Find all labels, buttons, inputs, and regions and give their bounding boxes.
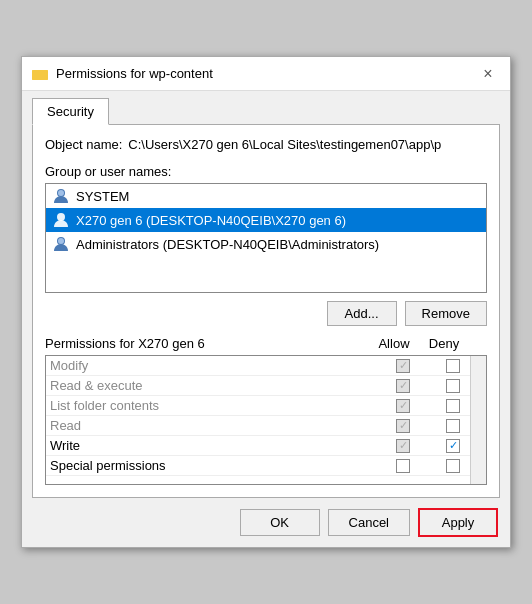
user-item-x270[interactable]: X270 gen 6 (DESKTOP-N40QEIB\X270 gen 6) [46, 208, 486, 232]
perm-checks-list-folder [378, 399, 478, 413]
cancel-button[interactable]: Cancel [328, 509, 410, 536]
folder-icon [32, 66, 48, 82]
perm-row-list-folder: List folder contents [46, 396, 486, 416]
perm-row-write: Write [46, 436, 486, 456]
perm-name-read-execute: Read & execute [50, 378, 378, 393]
svg-point-7 [58, 238, 64, 244]
deny-check-list-folder[interactable] [446, 399, 460, 413]
system-icon [52, 187, 70, 205]
object-name-label: Object name: [45, 137, 122, 152]
user-name-admins: Administrators (DESKTOP-N40QEIB\Administ… [76, 237, 379, 252]
remove-button[interactable]: Remove [405, 301, 487, 326]
object-name-value: C:\Users\X270 gen 6\Local Sites\testinge… [128, 137, 441, 152]
perm-allow-modify[interactable] [378, 359, 428, 373]
perm-name-special: Special permissions [50, 458, 378, 473]
perm-name-read: Read [50, 418, 378, 433]
svg-rect-2 [32, 70, 48, 80]
perm-allow-special[interactable] [378, 459, 428, 473]
svg-point-5 [57, 213, 65, 221]
ok-button[interactable]: OK [240, 509, 320, 536]
perm-checks-modify [378, 359, 478, 373]
users-list[interactable]: SYSTEM X270 gen 6 (DESKTOP-N40QEIB\X270 … [45, 183, 487, 293]
close-button[interactable]: × [476, 62, 500, 86]
deny-check-modify[interactable] [446, 359, 460, 373]
tab-security[interactable]: Security [32, 98, 109, 125]
scrollbar[interactable] [470, 356, 486, 484]
allow-check-list-folder[interactable] [396, 399, 410, 413]
object-name-row: Object name: C:\Users\X270 gen 6\Local S… [45, 137, 487, 152]
permissions-header: Permissions for X270 gen 6 Allow Deny [45, 336, 487, 351]
dialog-content: Object name: C:\Users\X270 gen 6\Local S… [32, 124, 500, 498]
deny-check-read[interactable] [446, 419, 460, 433]
title-bar: Permissions for wp-content × [22, 57, 510, 91]
deny-check-read-execute[interactable] [446, 379, 460, 393]
perm-row-read-execute: Read & execute [46, 376, 486, 396]
perm-row-read: Read [46, 416, 486, 436]
allow-check-modify[interactable] [396, 359, 410, 373]
deny-check-special[interactable] [446, 459, 460, 473]
permissions-dialog: Permissions for wp-content × Security Ob… [21, 56, 511, 548]
permissions-section: Permissions for X270 gen 6 Allow Deny Mo… [45, 336, 487, 485]
dialog-footer: OK Cancel Apply [22, 498, 510, 547]
add-remove-buttons: Add... Remove [45, 301, 487, 326]
perm-name-list-folder: List folder contents [50, 398, 378, 413]
user-icon-admins [52, 235, 70, 253]
perm-checks-read-execute [378, 379, 478, 393]
user-item-system[interactable]: SYSTEM [46, 184, 486, 208]
perm-checks-read [378, 419, 478, 433]
user-icon-x270 [52, 211, 70, 229]
perm-allow-write[interactable] [378, 439, 428, 453]
add-button[interactable]: Add... [327, 301, 397, 326]
user-item-admins[interactable]: Administrators (DESKTOP-N40QEIB\Administ… [46, 232, 486, 256]
allow-header: Allow [369, 336, 419, 351]
user-name-x270: X270 gen 6 (DESKTOP-N40QEIB\X270 gen 6) [76, 213, 346, 228]
dialog-title: Permissions for wp-content [56, 66, 476, 81]
perm-allow-read[interactable] [378, 419, 428, 433]
deny-header: Deny [419, 336, 469, 351]
perm-row-modify: Modify [46, 356, 486, 376]
user-name-system: SYSTEM [76, 189, 129, 204]
deny-check-write[interactable] [446, 439, 460, 453]
permissions-table: Modify Read & execute [45, 355, 487, 485]
perm-allow-read-execute[interactable] [378, 379, 428, 393]
svg-point-4 [58, 190, 64, 196]
apply-button[interactable]: Apply [418, 508, 498, 537]
allow-check-special[interactable] [396, 459, 410, 473]
perm-row-special: Special permissions [46, 456, 486, 476]
perm-name-modify: Modify [50, 358, 378, 373]
permissions-title: Permissions for X270 gen 6 [45, 336, 369, 351]
perm-allow-list-folder[interactable] [378, 399, 428, 413]
perm-checks-write [378, 439, 478, 453]
perm-name-write: Write [50, 438, 378, 453]
perm-checks-special [378, 459, 478, 473]
allow-check-write[interactable] [396, 439, 410, 453]
allow-check-read-execute[interactable] [396, 379, 410, 393]
group-users-label: Group or user names: [45, 164, 487, 179]
perm-col-headers: Allow Deny [369, 336, 469, 351]
allow-check-read[interactable] [396, 419, 410, 433]
tab-bar: Security [22, 91, 510, 124]
